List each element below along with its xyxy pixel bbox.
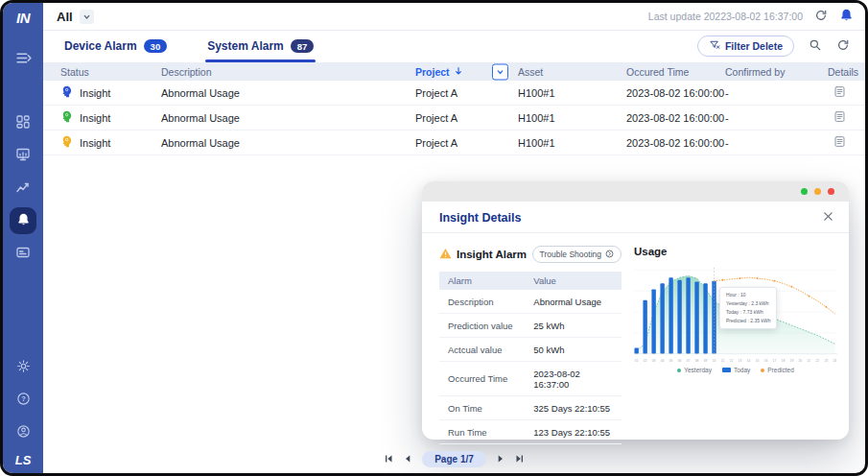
legend-item-today[interactable]: Today: [722, 367, 750, 373]
dashboard-grid-icon: [15, 114, 31, 132]
column-description: Description: [161, 66, 415, 78]
svg-text:09: 09: [704, 359, 708, 363]
alarm-value: 25 kWh: [525, 314, 622, 338]
legend-item-yesterday[interactable]: Yesterday: [677, 367, 712, 373]
table-header: Status Description Project Asset Occured…: [43, 62, 865, 81]
modal-title: Insight Details: [439, 211, 521, 225]
warning-icon: [439, 246, 452, 263]
sidebar-item-alarm[interactable]: [10, 207, 36, 234]
column-occured-time: Occured Time: [626, 66, 725, 78]
svg-text:06: 06: [678, 359, 682, 363]
app-logo: IN: [16, 10, 30, 26]
today-swatch: [722, 368, 731, 372]
svg-text:?: ?: [21, 394, 26, 403]
last-page-button[interactable]: [515, 452, 525, 466]
sidebar-item-dashboard[interactable]: [7, 107, 39, 139]
trend-line-icon: [15, 179, 31, 198]
alarm-detail-row: DescriptionAbnormal Usage: [439, 290, 622, 314]
board-list-icon: [15, 245, 31, 263]
table-row[interactable]: Insight Abnormal Usage Project A H100#1 …: [43, 131, 865, 155]
tooltip-line: Hour : 10: [726, 291, 770, 299]
prev-page-button[interactable]: [403, 452, 412, 466]
tooltip-line: Today : 7.73 kWh: [726, 308, 770, 317]
window-minimize-dot[interactable]: [801, 188, 808, 195]
confirmed-by-cell: -: [725, 112, 828, 124]
sidebar-item-monitoring[interactable]: [7, 139, 39, 172]
svg-text:18: 18: [782, 359, 786, 363]
close-icon: [823, 210, 833, 225]
column-project-sort[interactable]: Project: [415, 62, 518, 81]
legend-label: Today: [734, 367, 750, 373]
skip-last-icon: [515, 452, 525, 466]
app-window: IN: [0, 0, 868, 476]
svg-text:10: 10: [713, 359, 716, 363]
notifications-button[interactable]: [839, 8, 854, 25]
help-button[interactable]: ?: [7, 384, 39, 416]
svg-text:24: 24: [833, 359, 836, 363]
details-button[interactable]: [833, 110, 865, 126]
scope-label: All: [57, 10, 73, 24]
table-row[interactable]: Insight Abnormal Usage Project A H100#1 …: [43, 81, 865, 106]
tab-system-alarm[interactable]: System Alarm 87: [205, 32, 316, 62]
table-refresh-button[interactable]: [836, 38, 850, 55]
gear-icon: [16, 359, 31, 376]
tab-count-badge: 87: [291, 39, 315, 53]
page-indicator: Page 1/7: [422, 451, 486, 467]
status-cell: Insight: [60, 85, 161, 100]
alarm-value: 2023-08-02 16:37:00: [525, 362, 622, 396]
insight-alarm-header: Insight Alarm Trouble Shooting: [439, 246, 622, 263]
column-details: Details: [828, 66, 865, 78]
chart-legend: Yesterday Today Predicted: [634, 367, 837, 373]
refresh-button[interactable]: [814, 9, 828, 25]
first-page-button[interactable]: [384, 452, 393, 466]
sort-desc-icon: [454, 66, 463, 78]
alarm-value: 123 Days 22:10:55: [525, 420, 622, 444]
alarm-label: Prediction value: [439, 314, 525, 338]
search-icon: [809, 38, 822, 55]
tab-device-alarm[interactable]: Device Alarm 30: [62, 32, 169, 62]
next-page-button[interactable]: [496, 452, 505, 466]
alarm-detail-row: Prediction value25 kWh: [439, 314, 622, 338]
filter-delete-button[interactable]: Filter Delete: [697, 36, 794, 57]
settings-button[interactable]: [7, 351, 39, 384]
trouble-shooting-button[interactable]: Trouble Shooting: [532, 246, 622, 263]
sidebar-item-trend[interactable]: [7, 172, 39, 204]
details-button[interactable]: [833, 135, 865, 151]
modal-close-button[interactable]: [823, 210, 833, 225]
sidebar-collapse-button[interactable]: [7, 43, 39, 76]
sidebar: IN: [3, 3, 43, 473]
ls-logo: LS: [15, 453, 32, 467]
scope-dropdown[interactable]: All: [57, 10, 94, 24]
svg-text:15: 15: [756, 359, 760, 363]
alarm-label: On Time: [439, 396, 525, 420]
search-button[interactable]: [809, 38, 822, 55]
yesterday-swatch: [677, 369, 681, 372]
alarm-col-header: Alarm: [439, 272, 525, 290]
window-close-dot[interactable]: [828, 188, 834, 195]
description-cell: Abnormal Usage: [161, 112, 415, 124]
svg-text:07: 07: [687, 359, 691, 363]
trouble-shooting-label: Trouble Shooting: [540, 250, 601, 259]
details-button[interactable]: [833, 85, 865, 101]
pagination: Page 1/7: [43, 451, 865, 467]
insight-alarm-title: Insight Alarm: [457, 249, 527, 260]
table-row[interactable]: Insight Abnormal Usage Project A H100#1 …: [43, 106, 865, 131]
project-filter-dropdown[interactable]: [492, 63, 508, 80]
svg-text:19: 19: [790, 359, 794, 363]
alarm-label: Actcual value: [439, 338, 525, 362]
alarm-label: Occurred Time: [439, 362, 525, 396]
topbar: All Last update 20223-08-02 16:37:00: [43, 3, 865, 31]
sidebar-item-report[interactable]: [7, 237, 39, 270]
window-restore-dot[interactable]: [814, 188, 821, 195]
chevron-next-icon: [496, 452, 505, 466]
svg-text:23: 23: [824, 359, 828, 363]
account-button[interactable]: [7, 416, 39, 449]
confirmed-by-cell: -: [725, 87, 828, 99]
alarm-label: Run Time: [439, 420, 525, 444]
project-cell: Project A: [415, 112, 518, 124]
usage-chart: 0102030405060708091011121314151617181920…: [634, 265, 837, 365]
last-update-label: Last update 20223-08-02 16:37:00: [648, 11, 803, 22]
column-project-label: Project: [415, 66, 450, 78]
account-icon: [16, 424, 31, 441]
legend-item-predicted[interactable]: Predicted: [761, 367, 793, 373]
